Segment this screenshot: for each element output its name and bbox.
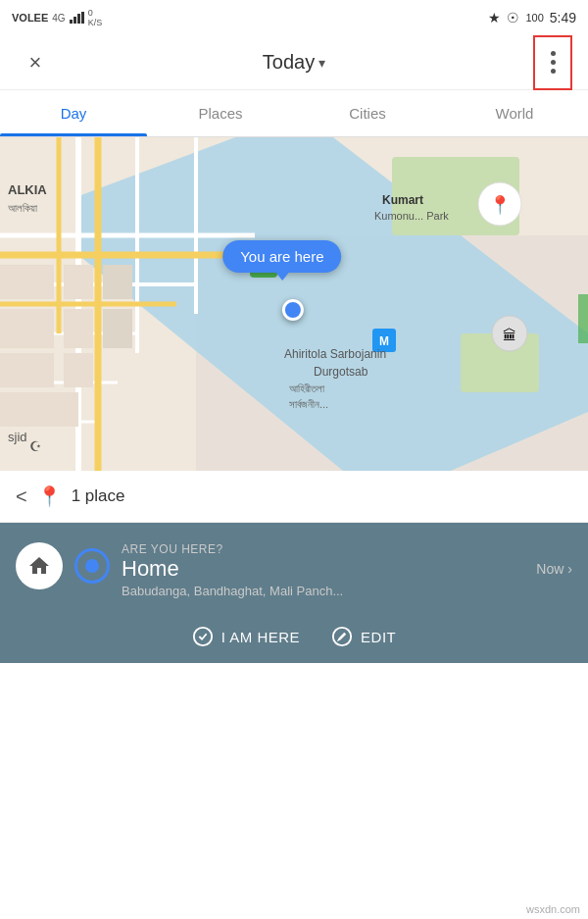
iam-here-label: I AM HERE: [221, 629, 300, 645]
svg-rect-16: [0, 265, 54, 299]
chevron-right-icon: ›: [567, 561, 572, 577]
location-sub-address: Babudanga, Bandhaghat, Mali Panch...: [122, 584, 572, 598]
watermark: wsxdn.com: [526, 903, 580, 915]
location-indicator-inner: [85, 559, 99, 573]
home-icon-circle: [16, 542, 63, 589]
battery-label: 100: [525, 12, 543, 24]
now-label: Now ›: [536, 561, 572, 577]
edit-button[interactable]: EDIT: [331, 626, 396, 647]
svg-point-46: [194, 628, 212, 645]
time-label: 5:49: [550, 10, 576, 26]
location-icon: ☉: [507, 10, 519, 26]
svg-text:☪: ☪: [29, 438, 42, 454]
network-label: 4G: [52, 13, 65, 24]
svg-text:ALKIA: ALKIA: [8, 182, 47, 197]
location-name: Home: [122, 556, 179, 582]
bluetooth-icon: ★: [488, 10, 501, 26]
title-arrow-icon[interactable]: ▾: [318, 55, 325, 71]
more-button[interactable]: [533, 35, 572, 90]
svg-text:Kumonu... Park: Kumonu... Park: [374, 210, 449, 222]
location-indicator: [74, 548, 110, 584]
current-location-dot: [282, 299, 304, 321]
svg-rect-45: [578, 294, 588, 343]
status-left: VOLEE 4G 0K/S: [12, 8, 102, 27]
status-bar: VOLEE 4G 0K/S ★ ☉ 100 5:49: [0, 0, 588, 35]
you-are-here-bubble: You are here: [222, 240, 341, 273]
svg-text:আলকিয়া: আলকিয়া: [8, 202, 38, 214]
tab-places[interactable]: Places: [147, 90, 294, 136]
location-info: ARE YOU HERE? Home Now › Babudanga, Band…: [122, 542, 572, 598]
svg-text:Kumart: Kumart: [382, 193, 423, 207]
carrier-label: VOLEE: [12, 12, 48, 24]
svg-rect-21: [103, 309, 132, 348]
svg-text:Durgotsab: Durgotsab: [314, 365, 368, 379]
svg-rect-22: [0, 353, 54, 387]
svg-rect-19: [64, 309, 93, 348]
svg-text:📍: 📍: [489, 194, 512, 216]
svg-rect-23: [64, 353, 93, 387]
svg-text:সার্বজনীন...: সার্বজনীন...: [289, 398, 328, 410]
map-area[interactable]: 🎬 M 📍 🏛 ☪ ALKIA আলকিয়া Kumart Kumonu...…: [0, 137, 588, 471]
iam-here-button[interactable]: I AM HERE: [192, 626, 300, 647]
tabs-bar: Day Places Cities World: [0, 90, 588, 137]
svg-text:sjid: sjid: [8, 430, 27, 444]
close-button[interactable]: ×: [16, 43, 55, 82]
svg-text:আহিরীতলা: আহিরীতলা: [289, 383, 325, 394]
are-you-here-label: ARE YOU HERE?: [122, 542, 572, 556]
place-count-text: 1 place: [72, 486, 125, 506]
bottom-panel: ARE YOU HERE? Home Now › Babudanga, Band…: [0, 523, 588, 663]
place-pin-icon: 📍: [37, 485, 62, 508]
tab-cities[interactable]: Cities: [294, 90, 441, 136]
svg-text:Ahiritola Sarbojanin: Ahiritola Sarbojanin: [284, 347, 386, 361]
top-bar: × Today ▾: [0, 35, 588, 90]
more-dots-icon: [551, 51, 556, 74]
svg-text:🏛: 🏛: [503, 328, 516, 343]
status-right: ★ ☉ 100 5:49: [488, 10, 576, 26]
svg-rect-18: [64, 265, 93, 299]
home-icon: [27, 554, 51, 578]
signal-icon: [70, 12, 84, 24]
top-title: Today ▾: [263, 51, 325, 74]
svg-rect-20: [103, 265, 132, 299]
back-button[interactable]: <: [16, 485, 27, 508]
location-name-row: Home Now ›: [122, 556, 572, 582]
tab-day[interactable]: Day: [0, 90, 147, 136]
data-speed: 0K/S: [88, 8, 103, 27]
edit-circle-icon: [331, 626, 353, 647]
svg-rect-17: [0, 309, 54, 348]
place-count-row: < 📍 1 place: [0, 471, 588, 523]
title-text: Today: [263, 51, 315, 74]
tab-world[interactable]: World: [441, 90, 588, 136]
edit-label: EDIT: [361, 629, 396, 645]
svg-text:M: M: [379, 334, 389, 348]
action-buttons: I AM HERE EDIT: [16, 626, 572, 647]
location-card: ARE YOU HERE? Home Now › Babudanga, Band…: [16, 538, 572, 610]
check-circle-icon: [192, 626, 214, 647]
svg-rect-24: [0, 392, 78, 427]
